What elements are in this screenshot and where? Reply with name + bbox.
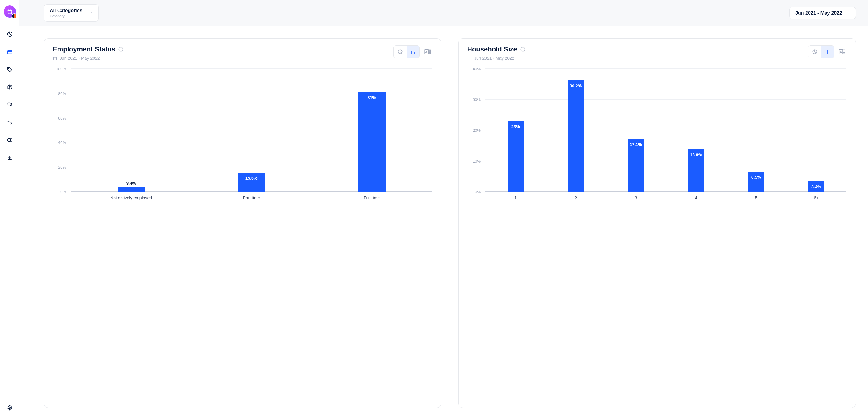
svg-point-3	[8, 103, 10, 105]
card-employment-status: Employment Status Jun 2021 - May 2022	[44, 38, 441, 408]
bar-value-label: 6.5%	[751, 175, 761, 180]
chart-body: 0%10%20%30%40%23%36.2%17.1%13.8%6.5%3.4%…	[459, 65, 856, 408]
export-excel-button[interactable]	[423, 47, 432, 57]
bar-chart-button[interactable]	[407, 46, 420, 58]
svg-point-6	[9, 407, 10, 409]
chevron-down-icon	[90, 10, 94, 16]
content-grid: Employment Status Jun 2021 - May 2022	[20, 26, 868, 420]
date-range-value: Jun 2021 - May 2022	[795, 10, 842, 16]
chart-employment: 0%20%40%60%80%100%3.4%15.6%81%Not active…	[53, 69, 435, 203]
x-tick-label: 5	[726, 192, 786, 203]
card-date-range: Jun 2021 - May 2022	[53, 56, 124, 61]
bar-value-label: 3.4%	[811, 185, 821, 189]
bar[interactable]: 17.1%	[628, 139, 644, 192]
x-tick-label: 3	[606, 192, 666, 203]
card-tools	[394, 45, 432, 58]
y-tick-label: 60%	[58, 116, 66, 120]
y-tick-label: 40%	[58, 140, 66, 145]
nav-loyalty[interactable]	[5, 135, 14, 145]
sidebar-nav	[5, 29, 14, 403]
svg-rect-1	[7, 51, 12, 54]
card-household-size: Household Size Jun 2021 - May 2022	[458, 38, 856, 408]
x-tick-label: 6+	[786, 192, 847, 203]
nav-overview[interactable]	[5, 29, 14, 39]
x-tick-label: Not actively employed	[71, 192, 191, 203]
x-tick-label: Full time	[312, 192, 432, 203]
category-value: All Categories	[50, 8, 85, 13]
card-title: Household Size	[467, 45, 517, 53]
bar-value-label: 15.6%	[246, 175, 258, 181]
chart-household: 0%10%20%30%40%23%36.2%17.1%13.8%6.5%3.4%…	[467, 69, 849, 203]
app-logo[interactable]	[4, 5, 16, 18]
card-header: Household Size Jun 2021 - May 2022	[459, 39, 856, 65]
chart-body: 0%20%40%60%80%100%3.4%15.6%81%Not active…	[44, 65, 441, 408]
chart-type-toggle	[394, 45, 420, 58]
bar[interactable]: 15.6%	[238, 172, 265, 192]
card-date-text: Jun 2021 - May 2022	[60, 56, 100, 61]
bar-value-label: 36.2%	[569, 84, 582, 88]
chart-type-toggle	[808, 45, 834, 58]
x-tick-label: 1	[486, 192, 546, 203]
bar-value-label: 3.4%	[126, 181, 136, 186]
y-tick-label: 80%	[58, 91, 66, 96]
x-tick-label: Part time	[191, 192, 312, 203]
card-title: Employment Status	[53, 45, 115, 53]
nav-products[interactable]	[5, 82, 14, 92]
export-excel-button[interactable]	[837, 47, 847, 57]
y-tick-label: 20%	[473, 128, 480, 133]
x-tick-label: 4	[666, 192, 726, 203]
date-range-dropdown[interactable]: Jun 2021 - May 2022	[789, 7, 856, 19]
bar[interactable]: 36.2%	[568, 80, 584, 192]
nav-search-analysis[interactable]	[5, 100, 14, 109]
card-date-range: Jun 2021 - May 2022	[467, 56, 526, 61]
sidebar	[0, 0, 20, 420]
svg-point-2	[8, 68, 9, 69]
nav-demographics[interactable]	[5, 47, 14, 57]
bar-value-label: 17.1%	[630, 142, 642, 147]
similarweb-badge-icon	[11, 13, 17, 19]
info-icon[interactable]	[520, 46, 526, 52]
main-area: All Categories Category Jun 2021 - May 2…	[20, 0, 868, 420]
bar[interactable]: 23%	[508, 121, 524, 192]
y-tick-label: 20%	[58, 165, 66, 169]
bar[interactable]: 81%	[358, 92, 385, 192]
info-icon[interactable]	[118, 46, 124, 52]
nav-cross-shopping[interactable]	[5, 118, 14, 127]
chevron-down-icon	[847, 10, 851, 16]
y-tick-label: 0%	[475, 190, 480, 194]
nav-export[interactable]	[5, 153, 14, 163]
y-tick-label: 40%	[473, 67, 480, 71]
calendar-icon	[53, 56, 57, 61]
bar-value-label: 23%	[512, 124, 520, 129]
bar[interactable]: 3.4%	[808, 182, 824, 192]
card-tools	[808, 45, 847, 58]
pie-chart-button[interactable]	[394, 46, 407, 58]
y-tick-label: 10%	[473, 159, 480, 163]
svg-rect-12	[468, 57, 471, 60]
nav-settings[interactable]	[5, 403, 14, 413]
bar[interactable]: 6.5%	[748, 172, 764, 192]
svg-rect-8	[54, 57, 57, 60]
bar[interactable]: 13.8%	[688, 150, 704, 192]
x-tick-label: 2	[546, 192, 606, 203]
bar-value-label: 81%	[367, 95, 376, 100]
nav-pricing[interactable]	[5, 65, 14, 74]
bar[interactable]: 3.4%	[118, 188, 145, 192]
pie-chart-button[interactable]	[808, 46, 821, 58]
calendar-icon	[467, 56, 472, 61]
bar-value-label: 13.8%	[690, 153, 702, 157]
y-tick-label: 30%	[473, 97, 480, 102]
y-tick-label: 100%	[56, 67, 66, 71]
category-caption: Category	[50, 14, 85, 18]
card-date-text: Jun 2021 - May 2022	[474, 56, 515, 61]
bar-chart-button[interactable]	[821, 46, 834, 58]
y-tick-label: 0%	[60, 190, 66, 194]
topbar: All Categories Category Jun 2021 - May 2…	[20, 0, 868, 26]
card-header: Employment Status Jun 2021 - May 2022	[44, 39, 441, 65]
category-dropdown[interactable]: All Categories Category	[44, 4, 99, 22]
